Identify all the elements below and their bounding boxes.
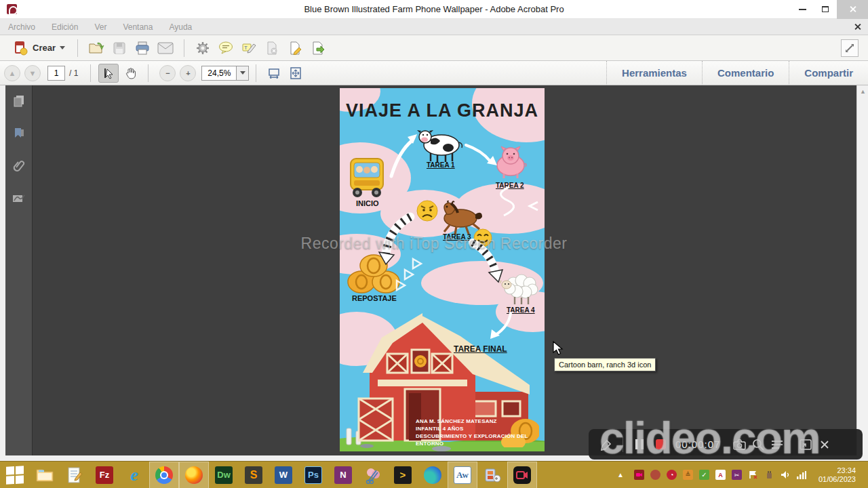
poster-title: VIAJE A LA GRANJA <box>340 100 545 121</box>
open-file-button[interactable] <box>85 38 108 58</box>
page-number-input[interactable] <box>47 66 65 81</box>
tray-checkmark-icon[interactable]: ✓ <box>699 470 709 480</box>
create-pdf-button[interactable]: Crear <box>8 39 71 58</box>
signatures-icon[interactable] <box>12 191 26 206</box>
fit-page-icon <box>290 67 302 79</box>
tray-itop-icon[interactable] <box>634 470 644 480</box>
word-icon: W <box>275 466 292 484</box>
taskbar-file-explorer[interactable] <box>30 462 60 488</box>
taskbar-onenote[interactable]: N <box>328 462 358 488</box>
zoom-level-value[interactable]: 24,5% <box>201 66 237 81</box>
print-button[interactable] <box>131 38 154 58</box>
taskbar-sublime[interactable]: S <box>239 462 269 488</box>
create-pdf-icon <box>14 41 28 56</box>
taskbar-powershell[interactable]: > <box>388 462 418 488</box>
tray-acrobat-icon[interactable]: A <box>715 470 726 480</box>
minimize-button[interactable] <box>791 0 814 19</box>
itop-recorder-icon <box>513 466 531 484</box>
toolbar-expand-button[interactable] <box>841 39 859 57</box>
taskbar-chrome[interactable] <box>149 462 179 488</box>
notepad-icon <box>66 466 83 484</box>
menubar-close-icon[interactable] <box>854 23 861 30</box>
taskbar-word[interactable]: W <box>269 462 298 488</box>
highlight-pen-icon: T <box>241 41 256 55</box>
email-button[interactable] <box>154 38 177 58</box>
next-page-button[interactable]: ▼ <box>24 65 41 81</box>
internet-explorer-icon: e <box>125 466 143 484</box>
edit-page-button[interactable] <box>283 38 307 58</box>
zoom-dropdown-button[interactable] <box>237 66 249 81</box>
menu-ver[interactable]: Ver <box>86 19 115 35</box>
taskbar-internet-explorer[interactable]: e <box>119 462 149 488</box>
fit-width-icon <box>268 68 280 79</box>
close-button[interactable] <box>837 0 868 19</box>
herramientas-button[interactable]: Herramientas <box>606 61 702 85</box>
export-page-button[interactable] <box>307 38 330 58</box>
photoshop-icon: Ps <box>304 466 322 484</box>
pig-illustration <box>493 145 531 179</box>
page-thumbnails-icon[interactable] <box>12 94 26 108</box>
taskbar: Fz e Dw S W Ps N <box>0 461 868 488</box>
taskbar-filezilla[interactable]: Fz <box>90 462 119 488</box>
taskbar-notepad[interactable] <box>60 462 90 488</box>
window-titlebar: Blue Brown Illustrated Farm Phone Wallpa… <box>0 0 868 19</box>
printer-icon <box>135 41 150 55</box>
zoom-in-button[interactable]: + <box>180 65 196 81</box>
clock-time: 23:34 <box>818 466 856 475</box>
hand-tool-button[interactable] <box>120 64 140 83</box>
taskbar-itop-recorder[interactable] <box>507 462 537 488</box>
menu-archivo[interactable]: Archivo <box>0 19 43 35</box>
clideo-watermark: clideo.com <box>599 412 857 464</box>
vertical-scrollbar[interactable]: ▲ <box>856 85 868 455</box>
select-tool-button[interactable] <box>98 64 119 83</box>
zoom-out-button[interactable]: − <box>159 65 176 81</box>
repostaje-label: REPOSTAJE <box>352 294 397 302</box>
maximize-button[interactable] <box>814 0 837 19</box>
firefox-icon <box>185 466 203 484</box>
settings-button[interactable] <box>191 38 214 58</box>
tray-volume-icon[interactable] <box>781 470 791 480</box>
tray-action-center-icon[interactable] <box>748 470 758 480</box>
attachments-icon[interactable] <box>12 159 26 174</box>
menu-edicion[interactable]: Edición <box>43 19 86 35</box>
windows-logo-icon <box>6 466 24 484</box>
taskbar-clock[interactable]: 23:34 01/06/2023 <box>813 466 861 484</box>
tray-app-icon[interactable] <box>650 470 660 480</box>
taskbar-photoshop[interactable]: Ps <box>298 462 328 488</box>
mouse-cursor <box>553 341 564 356</box>
toolbar-separator <box>148 64 149 82</box>
tray-power-icon[interactable] <box>764 470 774 480</box>
tray-network-icon[interactable] <box>797 470 807 480</box>
left-gutter <box>0 85 5 455</box>
chevron-down-icon <box>240 71 245 75</box>
taskbar-movie-maker[interactable] <box>477 462 507 488</box>
maximize-icon <box>822 6 829 12</box>
taskbar-edge[interactable] <box>418 462 448 488</box>
pdf-page[interactable]: VIAJE A LA GRANJA INICIO <box>340 88 545 451</box>
save-button[interactable] <box>108 38 131 58</box>
scroll-up-icon[interactable]: ▲ <box>857 85 868 97</box>
bookmarks-icon[interactable] <box>12 126 26 141</box>
fit-width-button[interactable] <box>264 64 284 83</box>
tarea-final-label: TAREA FINAL <box>454 344 507 354</box>
comment-button[interactable] <box>214 38 237 58</box>
taskbar-firefox[interactable] <box>179 462 209 488</box>
taskbar-artweaver[interactable]: Aw <box>448 462 477 488</box>
delete-page-button[interactable] <box>260 38 283 58</box>
tray-onenote-clip-icon[interactable]: ✂ <box>732 470 742 480</box>
tray-expand-icon[interactable]: ▲ <box>613 471 628 479</box>
fit-page-button[interactable] <box>285 64 306 83</box>
comentario-button[interactable]: Comentario <box>702 61 789 85</box>
menu-ventana[interactable]: Ventana <box>115 19 161 35</box>
compartir-button[interactable]: Compartir <box>789 61 868 85</box>
taskbar-start-button[interactable] <box>0 462 30 488</box>
highlight-text-button[interactable]: T <box>237 38 260 58</box>
tray-antivirus-icon[interactable]: ◔ <box>667 470 677 480</box>
previous-page-button[interactable]: ▲ <box>4 65 20 81</box>
tray-scales-icon[interactable]: ≜ <box>683 470 693 480</box>
svg-text:T: T <box>244 45 248 51</box>
menu-ayuda[interactable]: Ayuda <box>161 19 200 35</box>
taskbar-dreamweaver[interactable]: Dw <box>209 462 239 488</box>
taskbar-snipping-tool[interactable] <box>358 462 388 488</box>
diagonal-arrows-icon <box>844 43 855 54</box>
